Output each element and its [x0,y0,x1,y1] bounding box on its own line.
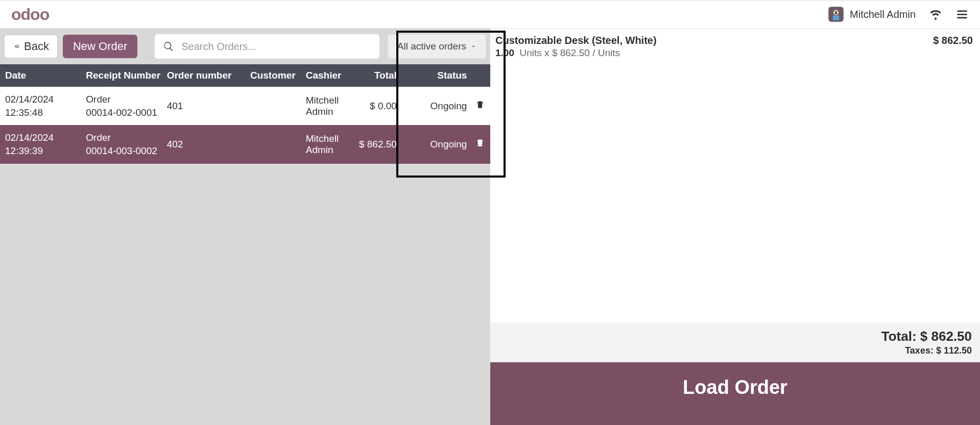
new-order-button[interactable]: New Order [63,35,137,58]
cell-date: 02/14/202412:39:39 [0,131,86,157]
col-header-ordernum: Order number [167,70,250,81]
hamburger-menu-icon[interactable] [955,8,969,21]
load-order-button[interactable]: Load Order [490,362,980,425]
col-header-date: Date [0,70,86,81]
orders-panel: Back New Order All active orders Date Re… [0,29,490,425]
trash-icon[interactable] [475,100,485,109]
product-name: Customizable Desk (Steel, White) [495,35,657,46]
cell-receipt: Order00014-002-0001 [86,93,166,119]
avatar[interactable] [828,7,844,22]
table-header: Date Receipt Number Order number Custome… [0,64,490,87]
cell-receipt: Order00014-003-0002 [86,131,166,157]
col-header-status: Status [397,70,470,81]
svg-point-3 [833,12,835,14]
user-name[interactable]: Mitchell Admin [850,9,916,20]
filter-label: All active orders [397,41,466,52]
top-right-controls: Mitchell Admin [828,7,969,22]
svg-point-4 [837,12,839,14]
cell-date: 02/14/202412:35:48 [0,93,86,119]
table-row[interactable]: 02/14/202412:35:48 Order00014-002-0001 4… [0,87,490,125]
top-bar: odoo Mitchell Admin [0,0,980,29]
product-qty-line: 1.00 Units x $ 862.50 / Units [495,47,657,59]
col-header-receipt: Receipt Number [86,70,166,81]
svg-rect-8 [957,17,967,18]
odoo-logo[interactable]: odoo [11,5,49,24]
back-label: Back [24,40,49,53]
cell-cashier: MitchellAdmin [306,133,356,156]
toolbar: Back New Order All active orders [0,29,490,64]
search-input[interactable] [181,41,371,53]
cell-total: $ 862.50 [356,139,397,150]
svg-rect-5 [833,16,839,20]
svg-rect-7 [957,14,967,15]
back-button[interactable]: Back [4,35,58,58]
total-value: $ 862.50 [920,329,972,344]
col-header-customer: Customer [250,70,306,81]
order-line[interactable]: Customizable Desk (Steel, White) 1.00 Un… [490,29,980,62]
totals-bar: Total: $ 862.50 Taxes: $ 112.50 [490,322,980,362]
cell-ordernum: 401 [167,101,250,112]
order-detail-panel: Customizable Desk (Steel, White) 1.00 Un… [490,29,980,425]
col-header-cashier: Cashier [306,70,356,81]
chevron-double-left-icon [13,42,21,51]
search-wrapper [155,34,379,59]
tax-label: Taxes: [905,345,934,356]
tax-value: $ 112.50 [936,345,972,356]
trash-icon[interactable] [475,138,485,147]
cell-status: Ongoing [397,139,470,150]
filter-dropdown[interactable]: All active orders [388,34,486,59]
cell-ordernum: 402 [167,139,250,150]
cell-cashier: MitchellAdmin [306,95,356,117]
wifi-icon[interactable] [929,8,942,21]
line-price: $ 862.50 [933,35,973,59]
cell-status: Ongoing [397,101,470,112]
search-icon [163,41,174,52]
cell-total: $ 0.00 [356,101,397,112]
col-header-total: Total [356,70,397,81]
svg-rect-6 [957,10,967,12]
total-label: Total: [881,329,917,344]
table-row[interactable]: 02/14/202412:39:39 Order00014-003-0002 4… [0,125,490,163]
caret-down-icon [470,43,476,49]
